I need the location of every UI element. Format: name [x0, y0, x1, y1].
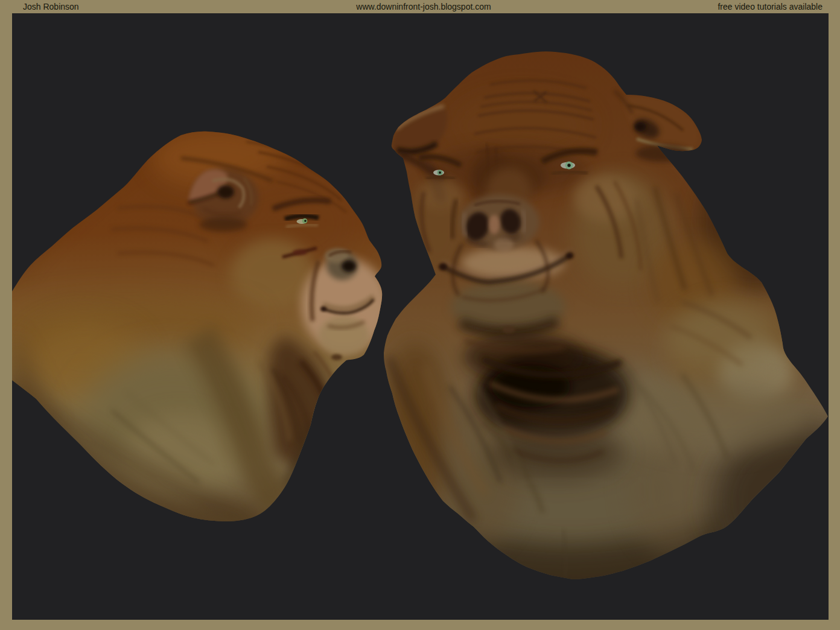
svg-text:www.downinfront-josh.blogspot.: www.downinfront-josh.blogspot.com	[355, 2, 491, 11]
svg-text:Josh Robinson: Josh Robinson	[23, 2, 79, 11]
svg-text:free video tutorials available: free video tutorials available	[718, 2, 822, 11]
